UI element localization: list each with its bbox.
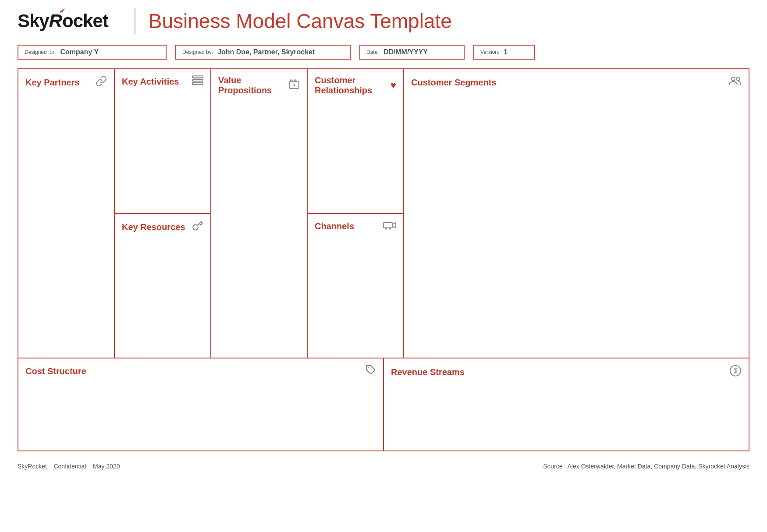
key-activities-cell: Key Activities	[115, 69, 210, 214]
svg-text:$: $	[734, 367, 738, 374]
version-box: Version: 1	[473, 45, 535, 60]
svg-rect-0	[192, 76, 203, 78]
cost-structure-icon	[366, 365, 376, 378]
svg-point-10	[731, 77, 735, 81]
designed-by-box: Designed by: John Doe, Partner, Skyrocke…	[175, 45, 351, 60]
svg-rect-1	[192, 79, 203, 81]
page-header: SkyR✓ocket Business Model Canvas Templat…	[0, 0, 767, 39]
svg-point-8	[385, 228, 387, 230]
canvas-top: Key Partners Key Activities	[18, 69, 749, 358]
svg-rect-2	[192, 82, 203, 84]
value-propositions-title: Value Propositions	[218, 75, 288, 96]
customer-relationships-title: Customer Relationships	[315, 75, 391, 96]
header-divider	[135, 8, 135, 34]
meta-row: Designed for: Company Y Designed by: Joh…	[0, 39, 767, 64]
revenue-streams-cell: Revenue Streams $	[384, 358, 749, 450]
customer-segments-title: Customer Segments	[411, 78, 497, 88]
value-propositions-title-row: Value Propositions	[218, 75, 300, 96]
logo-sky: Sky	[18, 11, 49, 32]
designed-for-value: Company Y	[60, 48, 99, 56]
designed-by-value: John Doe, Partner, Skyrocket	[217, 48, 315, 56]
version-value: 1	[504, 48, 508, 56]
logo-r: R✓	[49, 11, 62, 32]
footer-right: Source : Alex Osterwalder, Market Data, …	[543, 463, 749, 470]
cost-structure-title: Cost Structure	[25, 366, 86, 376]
canvas: Key Partners Key Activities	[18, 68, 749, 451]
key-resources-icon	[192, 220, 203, 234]
logo: SkyR✓ocket	[18, 11, 108, 32]
key-activities-title-row: Key Activities	[122, 75, 203, 88]
footer-left: SkyRocket – Confidential – May 2020	[18, 463, 120, 470]
svg-marker-7	[392, 223, 396, 228]
key-resources-title: Key Resources	[122, 222, 185, 232]
key-partners-cell: Key Partners	[18, 69, 115, 358]
designed-for-box: Designed for: Company Y	[18, 45, 167, 60]
version-label: Version:	[480, 49, 499, 55]
channels-icon	[383, 220, 396, 232]
designed-by-label: Designed by:	[182, 49, 213, 55]
svg-point-11	[736, 77, 740, 81]
value-propositions-cell: Value Propositions	[211, 69, 308, 358]
channels-title: Channels	[315, 221, 354, 231]
customer-relationships-icon: ♥	[391, 80, 396, 91]
key-activities-icon	[192, 75, 203, 88]
footer: SkyRocket – Confidential – May 2020 Sour…	[0, 456, 767, 477]
key-resources-title-row: Key Resources	[122, 220, 203, 234]
revenue-streams-title-row: Revenue Streams $	[391, 365, 742, 379]
customer-rel-channels-col: Customer Relationships ♥ Channels	[308, 69, 404, 358]
canvas-bottom: Cost Structure Revenue Streams $	[18, 358, 749, 450]
page-title: Business Model Canvas Template	[149, 9, 452, 33]
key-activities-resources-col: Key Activities Key Resources	[115, 69, 211, 358]
key-partners-icon	[96, 75, 107, 89]
canvas-wrapper: Key Partners Key Activities	[0, 64, 767, 456]
value-propositions-icon	[288, 78, 300, 92]
customer-relationships-title-row: Customer Relationships ♥	[315, 75, 396, 96]
key-partners-title-row: Key Partners	[25, 75, 107, 89]
revenue-streams-title: Revenue Streams	[391, 367, 465, 377]
revenue-streams-icon: $	[729, 365, 742, 379]
svg-rect-6	[384, 223, 392, 228]
cost-structure-cell: Cost Structure	[18, 358, 384, 450]
key-partners-title: Key Partners	[25, 78, 79, 88]
svg-point-9	[389, 228, 391, 230]
key-activities-title: Key Activities	[122, 77, 179, 87]
date-value: DD/MM/YYYY	[384, 48, 428, 56]
cost-structure-title-row: Cost Structure	[25, 365, 376, 378]
customer-segments-cell: Customer Segments	[404, 69, 749, 358]
key-resources-cell: Key Resources	[115, 214, 210, 358]
designed-for-label: Designed for:	[25, 49, 56, 55]
logo-ocket: ocket	[62, 11, 108, 32]
channels-title-row: Channels	[315, 220, 396, 232]
customer-segments-title-row: Customer Segments	[411, 75, 742, 89]
customer-segments-icon	[728, 75, 742, 89]
channels-cell: Channels	[308, 214, 403, 358]
date-label: Date:	[366, 49, 379, 55]
date-box: Date: DD/MM/YYYY	[359, 45, 465, 60]
customer-relationships-cell: Customer Relationships ♥	[308, 69, 403, 214]
